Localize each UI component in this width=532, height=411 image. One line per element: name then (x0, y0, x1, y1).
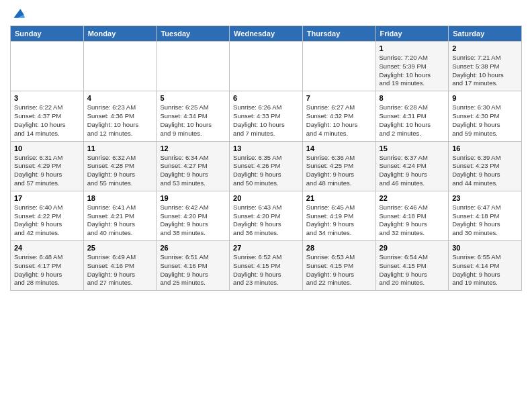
day-number: 21 (306, 194, 372, 202)
day-info: Sunrise: 7:20 AM Sunset: 5:39 PM Dayligh… (380, 54, 431, 87)
day-info: Sunrise: 6:47 AM Sunset: 4:18 PM Dayligh… (452, 203, 500, 236)
day-number: 10 (14, 144, 80, 152)
day-of-week-header: Friday (375, 26, 449, 42)
day-info: Sunrise: 6:54 AM Sunset: 4:15 PM Dayligh… (380, 253, 428, 286)
calendar-cell: 12Sunrise: 6:34 AM Sunset: 4:27 PM Dayli… (157, 141, 230, 191)
day-info: Sunrise: 6:46 AM Sunset: 4:18 PM Dayligh… (380, 203, 428, 236)
calendar-cell: 23Sunrise: 6:47 AM Sunset: 4:18 PM Dayli… (449, 191, 522, 240)
day-number: 22 (380, 194, 445, 202)
day-number: 27 (233, 244, 299, 252)
day-number: 5 (160, 94, 226, 102)
day-info: Sunrise: 6:42 AM Sunset: 4:20 PM Dayligh… (160, 203, 208, 236)
day-of-week-header: Thursday (302, 26, 375, 42)
calendar-week-row: 10Sunrise: 6:31 AM Sunset: 4:29 PM Dayli… (11, 141, 522, 191)
calendar-cell: 24Sunrise: 6:48 AM Sunset: 4:17 PM Dayli… (11, 241, 84, 291)
day-number: 3 (14, 94, 80, 102)
day-info: Sunrise: 6:32 AM Sunset: 4:28 PM Dayligh… (87, 154, 136, 187)
calendar-cell: 7Sunrise: 6:27 AM Sunset: 4:32 PM Daylig… (302, 91, 375, 141)
day-info: Sunrise: 6:27 AM Sunset: 4:32 PM Dayligh… (306, 103, 358, 136)
day-number: 8 (380, 94, 445, 102)
calendar-week-row: 17Sunrise: 6:40 AM Sunset: 4:22 PM Dayli… (11, 191, 522, 240)
calendar-cell: 14Sunrise: 6:36 AM Sunset: 4:25 PM Dayli… (302, 141, 375, 191)
day-number: 26 (160, 244, 226, 252)
day-info: Sunrise: 6:25 AM Sunset: 4:34 PM Dayligh… (160, 103, 212, 136)
calendar-week-row: 24Sunrise: 6:48 AM Sunset: 4:17 PM Dayli… (11, 241, 522, 291)
header (10, 7, 522, 20)
day-info: Sunrise: 6:48 AM Sunset: 4:17 PM Dayligh… (14, 253, 62, 286)
calendar-cell: 19Sunrise: 6:42 AM Sunset: 4:20 PM Dayli… (157, 191, 230, 240)
calendar-cell (83, 42, 157, 91)
page: SundayMondayTuesdayWednesdayThursdayFrid… (0, 0, 532, 411)
day-info: Sunrise: 6:23 AM Sunset: 4:36 PM Dayligh… (87, 103, 139, 136)
day-number: 9 (452, 94, 518, 102)
day-number: 20 (233, 194, 299, 202)
day-number: 28 (306, 244, 372, 252)
day-info: Sunrise: 6:51 AM Sunset: 4:16 PM Dayligh… (160, 253, 208, 286)
day-info: Sunrise: 6:40 AM Sunset: 4:22 PM Dayligh… (14, 203, 62, 236)
calendar-cell: 5Sunrise: 6:25 AM Sunset: 4:34 PM Daylig… (157, 91, 230, 141)
calendar-cell (157, 42, 230, 91)
calendar-cell: 9Sunrise: 6:30 AM Sunset: 4:30 PM Daylig… (449, 91, 522, 141)
logo (10, 7, 25, 20)
day-info: Sunrise: 6:22 AM Sunset: 4:37 PM Dayligh… (14, 103, 66, 136)
calendar-week-row: 3Sunrise: 6:22 AM Sunset: 4:37 PM Daylig… (11, 91, 522, 141)
calendar-cell: 30Sunrise: 6:55 AM Sunset: 4:14 PM Dayli… (449, 241, 522, 291)
day-number: 11 (87, 144, 153, 152)
day-info: Sunrise: 6:45 AM Sunset: 4:19 PM Dayligh… (306, 203, 355, 236)
day-info: Sunrise: 6:37 AM Sunset: 4:24 PM Dayligh… (380, 154, 428, 187)
day-number: 12 (160, 144, 226, 152)
calendar-cell: 27Sunrise: 6:52 AM Sunset: 4:15 PM Dayli… (230, 241, 303, 291)
calendar-cell: 26Sunrise: 6:51 AM Sunset: 4:16 PM Dayli… (157, 241, 230, 291)
calendar-cell: 22Sunrise: 6:46 AM Sunset: 4:18 PM Dayli… (375, 191, 449, 240)
day-info: Sunrise: 6:35 AM Sunset: 4:26 PM Dayligh… (233, 154, 281, 187)
day-number: 16 (452, 144, 518, 152)
day-of-week-header: Tuesday (157, 26, 230, 42)
day-info: Sunrise: 6:34 AM Sunset: 4:27 PM Dayligh… (160, 154, 208, 187)
day-number: 30 (452, 244, 518, 252)
calendar-cell (302, 42, 375, 91)
day-number: 14 (306, 144, 372, 152)
day-info: Sunrise: 6:31 AM Sunset: 4:29 PM Dayligh… (14, 154, 62, 187)
day-number: 24 (14, 244, 80, 252)
day-info: Sunrise: 7:21 AM Sunset: 5:38 PM Dayligh… (452, 54, 504, 87)
calendar-cell: 28Sunrise: 6:53 AM Sunset: 4:15 PM Dayli… (302, 241, 375, 291)
calendar-cell: 8Sunrise: 6:28 AM Sunset: 4:31 PM Daylig… (375, 91, 449, 141)
day-info: Sunrise: 6:36 AM Sunset: 4:25 PM Dayligh… (306, 154, 355, 187)
day-number: 19 (160, 194, 226, 202)
calendar-cell (11, 42, 84, 91)
day-number: 4 (87, 94, 153, 102)
day-info: Sunrise: 6:30 AM Sunset: 4:30 PM Dayligh… (452, 103, 500, 136)
calendar-table: SundayMondayTuesdayWednesdayThursdayFrid… (10, 26, 522, 291)
day-info: Sunrise: 6:49 AM Sunset: 4:16 PM Dayligh… (87, 253, 136, 286)
calendar-cell: 17Sunrise: 6:40 AM Sunset: 4:22 PM Dayli… (11, 191, 84, 240)
day-info: Sunrise: 6:28 AM Sunset: 4:31 PM Dayligh… (380, 103, 431, 136)
day-number: 25 (87, 244, 153, 252)
calendar-cell (230, 42, 303, 91)
day-of-week-header: Monday (83, 26, 157, 42)
day-number: 6 (233, 94, 299, 102)
day-of-week-header: Sunday (11, 26, 84, 42)
calendar-cell: 15Sunrise: 6:37 AM Sunset: 4:24 PM Dayli… (375, 141, 449, 191)
day-info: Sunrise: 6:43 AM Sunset: 4:20 PM Dayligh… (233, 203, 281, 236)
calendar-cell: 11Sunrise: 6:32 AM Sunset: 4:28 PM Dayli… (83, 141, 157, 191)
calendar-cell: 4Sunrise: 6:23 AM Sunset: 4:36 PM Daylig… (83, 91, 157, 141)
day-of-week-header: Wednesday (230, 26, 303, 42)
day-of-week-header: Saturday (449, 26, 522, 42)
day-number: 29 (380, 244, 445, 252)
calendar-cell: 18Sunrise: 6:41 AM Sunset: 4:21 PM Dayli… (83, 191, 157, 240)
day-info: Sunrise: 6:39 AM Sunset: 4:23 PM Dayligh… (452, 154, 500, 187)
calendar-cell: 25Sunrise: 6:49 AM Sunset: 4:16 PM Dayli… (83, 241, 157, 291)
calendar-cell: 2Sunrise: 7:21 AM Sunset: 5:38 PM Daylig… (449, 42, 522, 91)
logo-icon (11, 7, 25, 20)
day-info: Sunrise: 6:55 AM Sunset: 4:14 PM Dayligh… (452, 253, 500, 286)
day-info: Sunrise: 6:52 AM Sunset: 4:15 PM Dayligh… (233, 253, 281, 286)
day-number: 1 (380, 44, 445, 52)
calendar-body: 1Sunrise: 7:20 AM Sunset: 5:39 PM Daylig… (11, 42, 522, 291)
calendar-cell: 29Sunrise: 6:54 AM Sunset: 4:15 PM Dayli… (375, 241, 449, 291)
day-number: 7 (306, 94, 372, 102)
calendar-week-row: 1Sunrise: 7:20 AM Sunset: 5:39 PM Daylig… (11, 42, 522, 91)
day-info: Sunrise: 6:26 AM Sunset: 4:33 PM Dayligh… (233, 103, 285, 136)
calendar-cell: 21Sunrise: 6:45 AM Sunset: 4:19 PM Dayli… (302, 191, 375, 240)
day-number: 18 (87, 194, 153, 202)
calendar-cell: 1Sunrise: 7:20 AM Sunset: 5:39 PM Daylig… (375, 42, 449, 91)
